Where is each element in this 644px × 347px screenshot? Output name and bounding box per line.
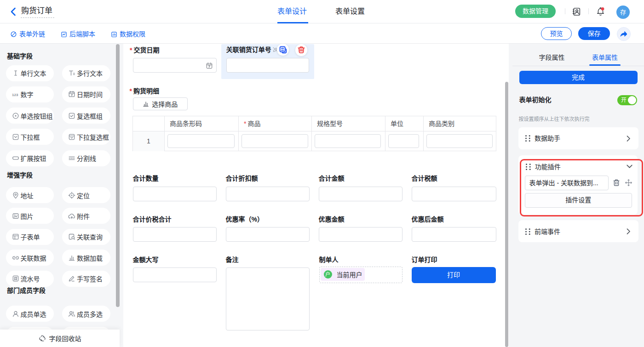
svg-text:123: 123 [12, 93, 18, 97]
